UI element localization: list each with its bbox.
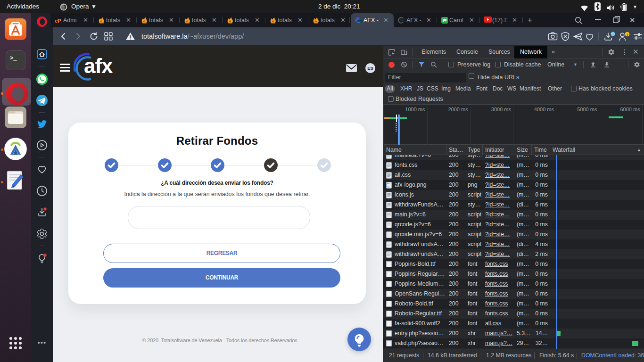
svg-text:afx: afx bbox=[357, 19, 363, 23]
svg-text:afx: afx bbox=[84, 54, 113, 77]
svg-text:P: P bbox=[58, 18, 61, 24]
svg-text:!: ! bbox=[627, 33, 628, 37]
